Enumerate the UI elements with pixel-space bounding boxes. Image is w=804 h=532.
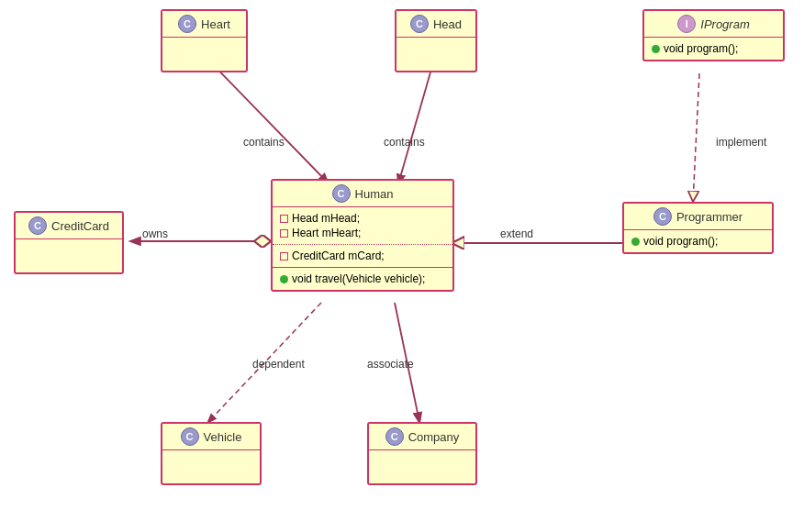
human-class-icon: C: [332, 184, 351, 203]
uml-diagram: contains contains owns extend implement …: [0, 0, 804, 532]
iprogram-class-name: IProgram: [700, 17, 749, 31]
human-field-3: CreditCard mCard;: [280, 249, 445, 263]
programmer-class-box: C Programmer void program();: [622, 202, 774, 254]
human-methods: void travel(Vehicle vehicle);: [273, 268, 452, 290]
programmer-class-name: Programmer: [676, 210, 743, 224]
iprogram-class-icon: I: [677, 15, 696, 33]
head-class-icon: C: [410, 15, 429, 33]
label-owns: owns: [142, 227, 168, 240]
iprogram-header: I IProgram: [644, 11, 783, 38]
svg-line-4: [693, 73, 699, 202]
programmer-class-icon: C: [653, 207, 672, 226]
human-field-2: Heart mHeart;: [280, 226, 445, 240]
method-dot-1: [652, 45, 660, 53]
iprogram-class-box: I IProgram void program();: [642, 9, 785, 61]
heart-class-name: Heart: [201, 17, 230, 31]
creditcard-section1: [16, 239, 122, 256]
label-dependent: dependent: [252, 358, 305, 371]
label-contains-right: contains: [384, 136, 425, 149]
head-header: C Head: [396, 11, 475, 38]
programmer-methods: void program();: [624, 230, 772, 252]
method-dot-prog-1: [631, 238, 640, 246]
field-square-3: [280, 252, 288, 260]
label-associate: associate: [367, 358, 414, 371]
creditcard-header: C CreditCard: [16, 213, 122, 239]
programmer-header: C Programmer: [624, 204, 772, 230]
human-header: C Human: [273, 181, 452, 207]
field-square-2: [280, 229, 288, 238]
company-section1: [369, 450, 475, 467]
human-fields2: CreditCard mCard;: [273, 245, 452, 268]
heart-header: C Heart: [162, 11, 246, 38]
head-section2: [396, 54, 475, 71]
label-implement: implement: [716, 136, 766, 149]
iprogram-method-1: void program();: [652, 41, 776, 56]
method-dot-human-1: [280, 275, 288, 283]
iprogram-methods: void program();: [644, 38, 783, 60]
vehicle-class-box: C Vehicle: [161, 422, 262, 485]
field-square-1: [280, 215, 288, 223]
company-class-name: Company: [408, 430, 460, 444]
human-class-name: Human: [355, 187, 394, 201]
head-class-name: Head: [433, 17, 462, 31]
creditcard-class-icon: C: [28, 216, 47, 235]
label-contains-left: contains: [243, 136, 285, 149]
company-class-box: C Company: [367, 422, 477, 485]
creditcard-class-name: CreditCard: [51, 219, 109, 233]
vehicle-header: C Vehicle: [162, 424, 260, 450]
company-class-icon: C: [385, 427, 404, 446]
head-section1: [396, 38, 475, 54]
company-section2: [369, 467, 475, 483]
human-fields: Head mHead; Heart mHeart;: [273, 207, 452, 245]
vehicle-class-icon: C: [181, 427, 199, 446]
creditcard-section2: [16, 256, 122, 272]
vehicle-class-name: Vehicle: [204, 430, 242, 444]
human-field-1: Head mHead;: [280, 211, 445, 226]
heart-class-box: C Heart: [161, 9, 248, 72]
heart-section1: [162, 38, 246, 54]
head-class-box: C Head: [395, 9, 477, 72]
human-method-1: void travel(Vehicle vehicle);: [280, 272, 445, 286]
label-extend: extend: [500, 227, 533, 240]
human-class-box: C Human Head mHead; Heart mHeart; Credit…: [271, 179, 454, 292]
vehicle-section2: [162, 467, 260, 483]
company-header: C Company: [369, 424, 475, 450]
heart-class-icon: C: [178, 15, 196, 33]
vehicle-section1: [162, 450, 260, 467]
heart-section2: [162, 54, 246, 71]
creditcard-class-box: C CreditCard: [14, 211, 124, 274]
programmer-method-1: void program();: [631, 234, 765, 249]
